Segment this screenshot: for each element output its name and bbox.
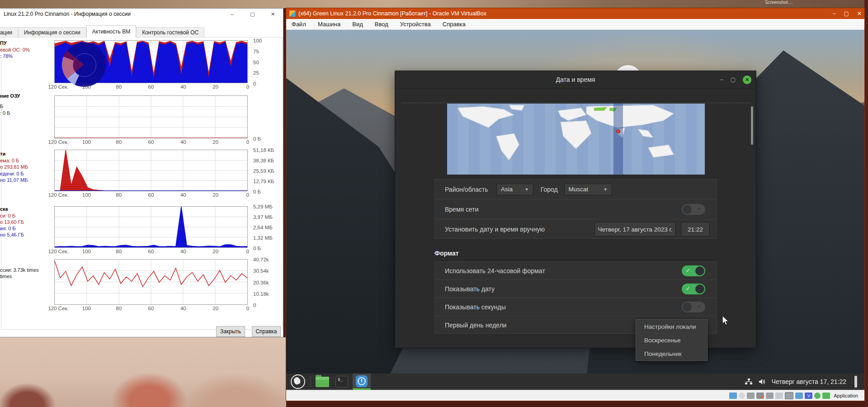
vm-minimize-icon[interactable]: – (833, 10, 836, 17)
close-icon[interactable]: ✕ (263, 9, 283, 19)
close-button[interactable]: Закрыть (216, 326, 245, 337)
menu-item-sunday[interactable]: Воскресенье (636, 333, 707, 347)
tab-session-info[interactable]: Информация о сессии (18, 27, 86, 38)
net-receive-total: о 293,81 МБ (0, 164, 28, 170)
ram-chart: 120 Сек.100806040200 0 Б (54, 95, 248, 145)
host-wallpaper-right (864, 0, 868, 407)
maximize-icon[interactable]: ▢ (242, 9, 263, 19)
taskbar-edge-handle[interactable] (854, 376, 857, 388)
menu-devices[interactable]: Устройства (400, 21, 431, 28)
network-chart: 120 Сек.100806040200 51,18 КБ38,38 КБ25,… (54, 150, 248, 198)
tab-vm-activity[interactable]: Активность ВМ (86, 25, 136, 38)
host-wallpaper-bottom (0, 337, 286, 407)
vm-menu-bar: Файл Машина Вид Ввод Устройства Справка (286, 19, 864, 30)
menu-item-monday[interactable]: Понедельник (636, 347, 707, 360)
city-dropdown[interactable]: Muscat ▼ (564, 184, 612, 195)
network-status-icon[interactable] (756, 393, 764, 399)
recording-status-icon[interactable] (795, 393, 803, 399)
disk-chart: 120 Сек.100806040200 5,29 МБ3,97 МБ2,64 … (54, 206, 248, 255)
minimize-icon[interactable]: – (222, 9, 242, 19)
dialog-scrollbar[interactable] (751, 106, 753, 145)
menu-help[interactable]: Справка (443, 21, 466, 28)
taskbar-separator (311, 376, 311, 388)
menu-item-locale-settings[interactable]: Настройки локали (636, 320, 707, 333)
network-tray-icon[interactable] (745, 378, 753, 385)
manual-datetime-label: Установить дату и время вручную (445, 226, 545, 233)
taskbar-clock[interactable]: Четверг августа 17, 21:22 (772, 378, 846, 385)
usb-status-icon[interactable] (766, 393, 774, 399)
menu-view[interactable]: Вид (352, 21, 363, 28)
first-day-popup-menu: Настройки локали Воскресенье Понедельник (636, 319, 708, 361)
chevron-down-icon: ▼ (604, 187, 608, 192)
network-time-toggle[interactable] (682, 204, 705, 215)
tab-configuration[interactable]: гурации (0, 27, 18, 38)
dialog-minimize-icon[interactable]: – (720, 76, 723, 83)
dialog-maximize-icon[interactable]: ▢ (731, 76, 736, 83)
network-time-row: Время сети (435, 199, 717, 219)
file-manager-icon[interactable] (316, 377, 329, 387)
ram-chart-y-axis: 0 Б (253, 95, 289, 138)
session-title-bar[interactable]: Linux 21.2.0 Pro Cinnamon - Информация о… (0, 9, 283, 19)
optical-disc-status-icon[interactable] (739, 393, 745, 399)
cpu-guest-load: евой ОС: 0% (0, 47, 30, 52)
auto-resize-icon[interactable] (822, 393, 830, 399)
disk-section-title: ска (0, 206, 8, 212)
region-dropdown[interactable]: Asia ▼ (496, 184, 533, 195)
date-time-dialog: Дата и время – ▢ ✕ (395, 71, 756, 348)
network-time-label: Время сети (445, 206, 479, 213)
features-status-icon[interactable]: V (805, 393, 812, 399)
vmexits-chart-y-axis: 40.72k30.54k20.36k10.18k0 (253, 259, 289, 305)
menu-file[interactable]: Файл (292, 21, 306, 28)
vmexits-chart-x-axis: 120 Сек.100806040200 (54, 305, 248, 312)
use-24h-toggle[interactable] (682, 265, 705, 276)
statusbar-app-label: Application (834, 393, 858, 398)
shared-folders-status-icon[interactable] (775, 393, 783, 399)
dialog-title-bar[interactable]: Дата и время – ▢ ✕ (395, 71, 756, 89)
selected-timezone-band (613, 104, 623, 175)
vm-title-bar[interactable]: (x64) Green Linux 21.2.0 Pro Cinnamon [Р… (286, 8, 864, 19)
ram-section-title: ние ОЗУ (0, 93, 20, 99)
disk-chart-y-axis: 5,29 МБ3,97 МБ2,64 МБ1,32 МБ0 Б (253, 206, 289, 248)
show-seconds-toggle[interactable] (682, 302, 705, 312)
net-send-total: но 11,07 МБ (0, 177, 28, 183)
format-showdate-row: Показывать дату (435, 280, 717, 298)
menu-input[interactable]: Ввод (375, 21, 388, 28)
ram-line-2: : 0 Б (0, 110, 10, 116)
time-button[interactable]: 21:22 (681, 222, 710, 237)
audio-status-icon[interactable] (747, 393, 755, 399)
date-button[interactable]: Четверг, 17 августа 2023 г. (594, 222, 676, 237)
mouse-integration-icon[interactable] (814, 393, 821, 399)
tab-guest-control[interactable]: Контроль гостевой ОС (136, 27, 204, 38)
session-tabs: гурации Информация о сессии Активность В… (0, 26, 204, 38)
ram-chart-x-axis: 120 Сек.100806040200 (54, 138, 248, 145)
screen: Screenshot.... Linux 21.2.0 Pro Cinnamon… (0, 0, 868, 407)
vmexits-chart: 120 Сек.100806040200 40.72k30.54k20.36k1… (54, 259, 248, 312)
cinnamon-menu-icon[interactable] (291, 374, 305, 389)
time-settings-group: Район/область Asia ▼ Город Muscat ▼ Врем… (434, 179, 717, 239)
vm-close-icon[interactable]: ✕ (857, 10, 862, 17)
cpu-chart: 120 Сек.100806040200 1007550250 (54, 40, 248, 90)
volume-icon[interactable] (758, 378, 766, 385)
datetime-app-taskbar-button[interactable] (353, 374, 371, 390)
disk-write-rate: си: 0 Б (0, 213, 15, 218)
dialog-close-icon[interactable]: ✕ (743, 76, 751, 84)
region-city-row: Район/область Asia ▼ Город Muscat ▼ (435, 180, 717, 199)
net-send-rate: едачи: 0 Б (0, 171, 24, 176)
session-info-window: Linux 21.2.0 Pro Cinnamon - Информация о… (0, 8, 283, 337)
region-label: Район/область (445, 186, 488, 193)
show-date-toggle[interactable] (682, 284, 705, 294)
disk-read-total: но 5,46 ГБ (0, 232, 24, 237)
vm-maximize-icon[interactable]: ▢ (844, 10, 849, 17)
ram-line-1: Б (0, 104, 3, 109)
help-button[interactable]: Справка (252, 326, 281, 337)
disk-write-total: о 13,60 ГБ (0, 219, 24, 225)
terminal-icon[interactable]: $_ (335, 376, 348, 388)
timezone-map[interactable] (447, 104, 705, 175)
menu-machine[interactable]: Машина (318, 21, 340, 28)
display-status-icon[interactable] (785, 392, 793, 399)
guest-taskbar: $_ Четверг августа 17, 21:22 (286, 374, 864, 390)
use-24h-label: Использовать 24-часовой формат (445, 267, 545, 274)
hdd-status-icon[interactable] (729, 393, 737, 399)
first-day-label: Первый день недели (445, 322, 506, 329)
scroll-separator (401, 103, 750, 103)
